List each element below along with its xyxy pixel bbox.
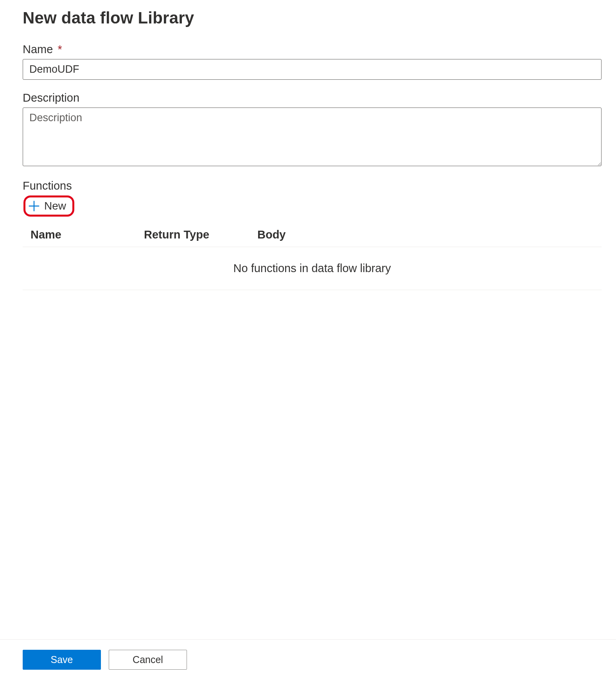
plus-icon bbox=[29, 201, 40, 212]
column-header-body[interactable]: Body bbox=[257, 228, 602, 241]
name-input[interactable] bbox=[23, 59, 602, 80]
footer-actions: Save Cancel bbox=[0, 639, 616, 670]
required-asterisk: * bbox=[57, 43, 62, 56]
page-title: New data flow Library bbox=[23, 9, 593, 27]
functions-table-header: Name Return Type Body bbox=[23, 228, 602, 247]
cancel-button[interactable]: Cancel bbox=[109, 650, 187, 670]
column-header-name[interactable]: Name bbox=[31, 228, 144, 241]
save-button[interactable]: Save bbox=[23, 650, 101, 670]
description-field-block: Description bbox=[23, 91, 593, 168]
description-textarea[interactable] bbox=[23, 108, 602, 166]
new-button-highlight: New bbox=[23, 195, 74, 217]
functions-table: Name Return Type Body No functions in da… bbox=[23, 228, 602, 290]
new-function-button[interactable]: New bbox=[27, 198, 70, 214]
name-label-text: Name bbox=[23, 43, 53, 56]
functions-empty-message: No functions in data flow library bbox=[23, 247, 602, 290]
new-data-flow-library-panel: New data flow Library Name * Description… bbox=[0, 0, 616, 683]
new-button-label: New bbox=[44, 200, 66, 212]
column-header-return-type[interactable]: Return Type bbox=[144, 228, 257, 241]
name-field-block: Name * bbox=[23, 43, 593, 80]
functions-label: Functions bbox=[23, 179, 593, 192]
description-label: Description bbox=[23, 91, 593, 104]
name-label: Name * bbox=[23, 43, 593, 56]
